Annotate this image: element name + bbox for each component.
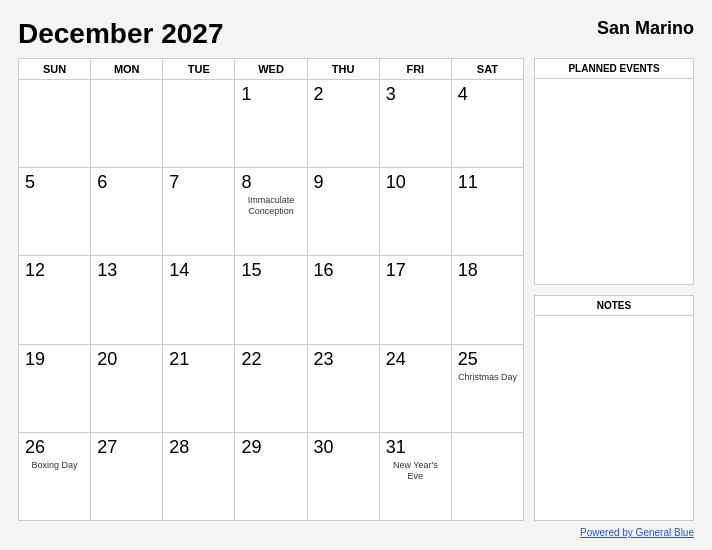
day-number: 28 bbox=[169, 437, 228, 458]
day-number: 18 bbox=[458, 260, 517, 281]
day-number: 15 bbox=[241, 260, 300, 281]
table-row: 13 bbox=[91, 256, 163, 344]
planned-events-box: PLANNED EVENTS bbox=[534, 58, 694, 285]
day-number: 30 bbox=[314, 437, 373, 458]
table-row: 1 bbox=[235, 80, 307, 168]
event-label: Boxing Day bbox=[25, 460, 84, 471]
notes-header: NOTES bbox=[535, 296, 693, 316]
day-number: 3 bbox=[386, 84, 445, 105]
table-row: 28 bbox=[163, 432, 235, 520]
day-number: 13 bbox=[97, 260, 156, 281]
col-tue: TUE bbox=[163, 59, 235, 80]
day-number: 19 bbox=[25, 349, 84, 370]
sidebar: PLANNED EVENTS NOTES bbox=[534, 58, 694, 521]
table-row: 8Immaculate Conception bbox=[235, 168, 307, 256]
table-row: 27 bbox=[91, 432, 163, 520]
day-number: 25 bbox=[458, 349, 517, 370]
col-thu: THU bbox=[307, 59, 379, 80]
col-wed: WED bbox=[235, 59, 307, 80]
day-number: 6 bbox=[97, 172, 156, 193]
table-row: 19 bbox=[19, 344, 91, 432]
table-row: 22 bbox=[235, 344, 307, 432]
day-number: 16 bbox=[314, 260, 373, 281]
table-row bbox=[19, 80, 91, 168]
calendar-page: December 2027 San Marino SUN MON TUE WED… bbox=[0, 0, 712, 550]
table-row: 14 bbox=[163, 256, 235, 344]
table-row: 11 bbox=[451, 168, 523, 256]
day-number: 10 bbox=[386, 172, 445, 193]
table-row: 5 bbox=[19, 168, 91, 256]
day-number: 1 bbox=[241, 84, 300, 105]
notes-box: NOTES bbox=[534, 295, 694, 522]
day-number: 14 bbox=[169, 260, 228, 281]
planned-events-content bbox=[535, 79, 693, 284]
day-number: 21 bbox=[169, 349, 228, 370]
planned-events-header: PLANNED EVENTS bbox=[535, 59, 693, 79]
table-row: 16 bbox=[307, 256, 379, 344]
table-row: 31New Year's Eve bbox=[379, 432, 451, 520]
table-row: 12 bbox=[19, 256, 91, 344]
table-row: 3 bbox=[379, 80, 451, 168]
day-number: 8 bbox=[241, 172, 300, 193]
day-number: 26 bbox=[25, 437, 84, 458]
day-number: 29 bbox=[241, 437, 300, 458]
table-row bbox=[91, 80, 163, 168]
day-number: 20 bbox=[97, 349, 156, 370]
day-number: 27 bbox=[97, 437, 156, 458]
header: December 2027 San Marino bbox=[18, 18, 694, 50]
day-number: 22 bbox=[241, 349, 300, 370]
table-row bbox=[163, 80, 235, 168]
day-number: 2 bbox=[314, 84, 373, 105]
table-row: 15 bbox=[235, 256, 307, 344]
col-fri: FRI bbox=[379, 59, 451, 80]
col-sun: SUN bbox=[19, 59, 91, 80]
table-row: 24 bbox=[379, 344, 451, 432]
calendar-table: SUN MON TUE WED THU FRI SAT 12345678Imma… bbox=[18, 58, 524, 521]
table-row: 17 bbox=[379, 256, 451, 344]
table-row bbox=[451, 432, 523, 520]
day-number: 24 bbox=[386, 349, 445, 370]
day-number: 5 bbox=[25, 172, 84, 193]
event-label: Immaculate Conception bbox=[241, 195, 300, 217]
table-row: 9 bbox=[307, 168, 379, 256]
day-number: 9 bbox=[314, 172, 373, 193]
table-row: 10 bbox=[379, 168, 451, 256]
main-content: SUN MON TUE WED THU FRI SAT 12345678Imma… bbox=[18, 58, 694, 521]
table-row: 2 bbox=[307, 80, 379, 168]
table-row: 23 bbox=[307, 344, 379, 432]
table-row: 29 bbox=[235, 432, 307, 520]
table-row: 4 bbox=[451, 80, 523, 168]
country-title: San Marino bbox=[597, 18, 694, 39]
table-row: 20 bbox=[91, 344, 163, 432]
table-row: 7 bbox=[163, 168, 235, 256]
day-number: 23 bbox=[314, 349, 373, 370]
powered-by-link[interactable]: Powered by General Blue bbox=[580, 527, 694, 538]
event-label: Christmas Day bbox=[458, 372, 517, 383]
day-number: 31 bbox=[386, 437, 445, 458]
table-row: 30 bbox=[307, 432, 379, 520]
day-number: 4 bbox=[458, 84, 517, 105]
day-number: 17 bbox=[386, 260, 445, 281]
month-year-title: December 2027 bbox=[18, 18, 223, 50]
calendar-section: SUN MON TUE WED THU FRI SAT 12345678Imma… bbox=[18, 58, 524, 521]
table-row: 18 bbox=[451, 256, 523, 344]
table-row: 25Christmas Day bbox=[451, 344, 523, 432]
table-row: 21 bbox=[163, 344, 235, 432]
table-row: 26Boxing Day bbox=[19, 432, 91, 520]
table-row: 6 bbox=[91, 168, 163, 256]
col-sat: SAT bbox=[451, 59, 523, 80]
event-label: New Year's Eve bbox=[386, 460, 445, 482]
notes-content bbox=[535, 316, 693, 521]
day-number: 11 bbox=[458, 172, 517, 193]
col-mon: MON bbox=[91, 59, 163, 80]
day-number: 7 bbox=[169, 172, 228, 193]
day-number: 12 bbox=[25, 260, 84, 281]
footer: Powered by General Blue bbox=[18, 527, 694, 538]
